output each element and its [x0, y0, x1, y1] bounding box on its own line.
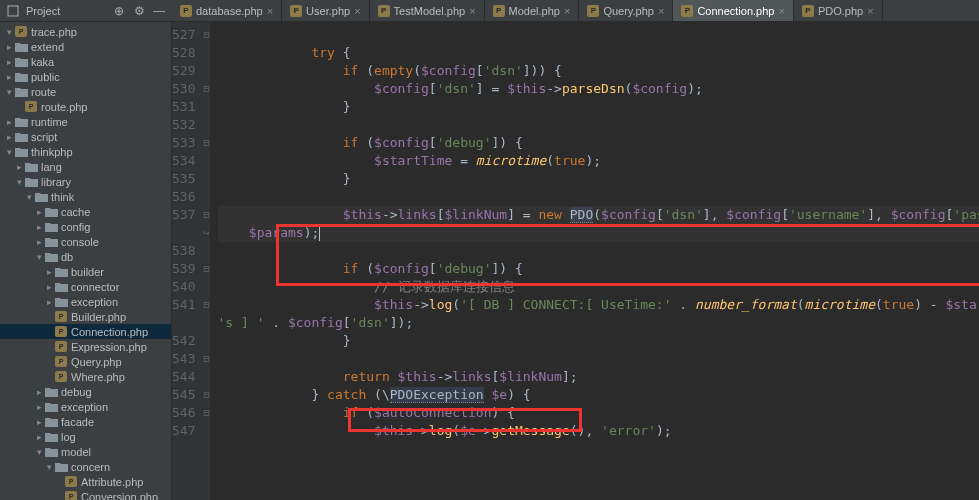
- close-icon[interactable]: ×: [267, 5, 273, 17]
- tree-row[interactable]: ▾think: [0, 189, 171, 204]
- tree-label: Connection.php: [71, 326, 148, 338]
- tree-arrow-icon[interactable]: ▸: [44, 267, 54, 277]
- tree-arrow-icon[interactable]: ▸: [44, 297, 54, 307]
- tree-arrow-icon[interactable]: ▸: [4, 72, 14, 82]
- tree-arrow-icon[interactable]: ▸: [34, 387, 44, 397]
- tree-arrow-icon[interactable]: ▸: [34, 417, 44, 427]
- tree-row[interactable]: ▸script: [0, 129, 171, 144]
- tree-row[interactable]: ▸exception: [0, 399, 171, 414]
- tree-arrow-icon[interactable]: ▾: [44, 462, 54, 472]
- tree-row[interactable]: ▸log: [0, 429, 171, 444]
- tree-row[interactable]: ▸console: [0, 234, 171, 249]
- tree-arrow-icon[interactable]: ▸: [34, 432, 44, 442]
- editor-tab[interactable]: Pdatabase.php×: [172, 0, 282, 21]
- tree-label: library: [41, 176, 71, 188]
- close-icon[interactable]: ×: [778, 5, 784, 17]
- collapse-icon[interactable]: —: [152, 4, 166, 18]
- tree-arrow-icon[interactable]: ▸: [4, 132, 14, 142]
- line-number: 533: [172, 134, 195, 152]
- project-tree[interactable]: ▾Ptrace.php▸extend▸kaka▸public▾route Pro…: [0, 22, 171, 500]
- tree-row[interactable]: PAttribute.php: [0, 474, 171, 489]
- code-area[interactable]: try { if (empty($config['dsn'])) { $conf…: [210, 22, 979, 500]
- tree-row[interactable]: ▸kaka: [0, 54, 171, 69]
- tree-label: debug: [61, 386, 92, 398]
- tree-row[interactable]: ▸connector: [0, 279, 171, 294]
- close-icon[interactable]: ×: [469, 5, 475, 17]
- tree-row[interactable]: PExpression.php: [0, 339, 171, 354]
- folder-icon: [44, 206, 58, 218]
- tree-label: builder: [71, 266, 104, 278]
- tree-arrow-icon[interactable]: ▾: [4, 27, 14, 37]
- folder-icon: [14, 41, 28, 53]
- target-icon[interactable]: ⊕: [112, 4, 126, 18]
- tree-arrow-icon[interactable]: ▾: [34, 252, 44, 262]
- editor-tab[interactable]: PPDO.php×: [794, 0, 883, 21]
- tree-label: route.php: [41, 101, 87, 113]
- tree-row[interactable]: PQuery.php: [0, 354, 171, 369]
- php-file-icon: P: [64, 491, 78, 501]
- tree-arrow-icon[interactable]: ▸: [4, 42, 14, 52]
- close-icon[interactable]: ×: [354, 5, 360, 17]
- tree-arrow-icon[interactable]: ▾: [34, 447, 44, 457]
- tree-arrow-icon[interactable]: ▸: [34, 207, 44, 217]
- editor-tab[interactable]: PConnection.php×: [673, 0, 794, 21]
- tree-row[interactable]: ▾Ptrace.php: [0, 24, 171, 39]
- code-editor[interactable]: 5275285295305315325335345355365375385395…: [172, 22, 979, 500]
- tree-label: config: [61, 221, 90, 233]
- tree-row[interactable]: ▾model: [0, 444, 171, 459]
- php-file-icon: P: [587, 5, 599, 17]
- tree-row[interactable]: ▸builder: [0, 264, 171, 279]
- tree-row[interactable]: ▸extend: [0, 39, 171, 54]
- tab-label: Query.php: [603, 5, 654, 17]
- php-file-icon: P: [54, 341, 68, 353]
- tree-arrow-icon[interactable]: ▸: [4, 117, 14, 127]
- tree-arrow-icon[interactable]: ▸: [34, 222, 44, 232]
- tree-arrow-icon[interactable]: ▾: [4, 87, 14, 97]
- tree-row[interactable]: ▾thinkphp: [0, 144, 171, 159]
- tree-row[interactable]: ▸debug: [0, 384, 171, 399]
- editor-tab[interactable]: PModel.php×: [485, 0, 580, 21]
- tree-row[interactable]: ▸config: [0, 219, 171, 234]
- tree-arrow-icon[interactable]: ▸: [44, 282, 54, 292]
- tree-row[interactable]: PWhere.php: [0, 369, 171, 384]
- gear-icon[interactable]: ⚙: [132, 4, 146, 18]
- tree-label: cache: [61, 206, 90, 218]
- tree-arrow-icon[interactable]: ▾: [24, 192, 34, 202]
- tree-row[interactable]: ▾route: [0, 84, 171, 99]
- tree-row[interactable]: ▾concern: [0, 459, 171, 474]
- tree-row[interactable]: Proute.php: [0, 99, 171, 114]
- tree-row[interactable]: ▸lang: [0, 159, 171, 174]
- editor-tab[interactable]: PTestModel.php×: [370, 0, 485, 21]
- code-line: if ($config['debug']) {: [218, 260, 979, 278]
- tree-row[interactable]: ▾library: [0, 174, 171, 189]
- tree-arrow-icon[interactable]: ▾: [4, 147, 14, 157]
- tree-arrow-icon[interactable]: ▸: [34, 402, 44, 412]
- line-number: 536: [172, 188, 195, 206]
- editor-tab[interactable]: PUser.php×: [282, 0, 369, 21]
- tree-label: Expression.php: [71, 341, 147, 353]
- tree-row[interactable]: ▸public: [0, 69, 171, 84]
- tree-row[interactable]: PConnection.php: [0, 324, 171, 339]
- tree-row[interactable]: ▸runtime: [0, 114, 171, 129]
- folder-open-icon: [24, 176, 38, 188]
- tree-arrow-icon[interactable]: ▸: [34, 237, 44, 247]
- close-icon[interactable]: ×: [867, 5, 873, 17]
- tree-row[interactable]: ▸cache: [0, 204, 171, 219]
- tree-row[interactable]: ▸exception: [0, 294, 171, 309]
- code-line: $this->links[$linkNum] = new PDO($config…: [218, 206, 979, 224]
- tree-row[interactable]: ▾db: [0, 249, 171, 264]
- tree-row[interactable]: ▸facade: [0, 414, 171, 429]
- tree-arrow-icon[interactable]: ▸: [4, 57, 14, 67]
- close-icon[interactable]: ×: [658, 5, 664, 17]
- editor-tab[interactable]: PQuery.php×: [579, 0, 673, 21]
- tree-row[interactable]: PConversion.php: [0, 489, 171, 500]
- tree-arrow-icon[interactable]: ▸: [14, 162, 24, 172]
- close-icon[interactable]: ×: [564, 5, 570, 17]
- php-file-icon: P: [24, 101, 38, 113]
- code-line: try {: [218, 44, 979, 62]
- tree-row[interactable]: PBuilder.php: [0, 309, 171, 324]
- tree-label: extend: [31, 41, 64, 53]
- tree-arrow-icon[interactable]: ▾: [14, 177, 24, 187]
- code-line: 's ] ' . $config['dsn']);: [218, 314, 979, 332]
- line-number: 545: [172, 386, 195, 404]
